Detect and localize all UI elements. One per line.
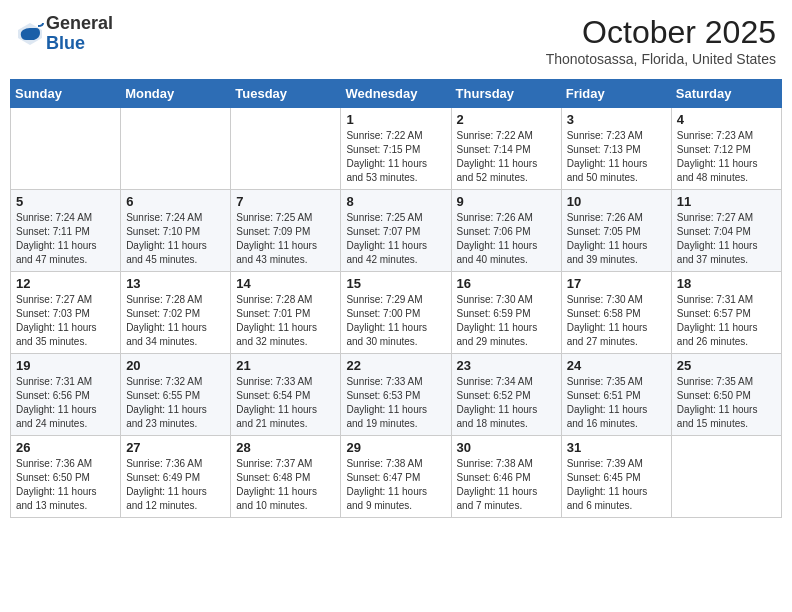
calendar-cell: 29Sunrise: 7:38 AM Sunset: 6:47 PM Dayli… xyxy=(341,436,451,518)
calendar-header-row: Sunday Monday Tuesday Wednesday Thursday… xyxy=(11,80,782,108)
calendar-cell: 31Sunrise: 7:39 AM Sunset: 6:45 PM Dayli… xyxy=(561,436,671,518)
day-info: Sunrise: 7:24 AM Sunset: 7:10 PM Dayligh… xyxy=(126,211,225,267)
day-number: 7 xyxy=(236,194,335,209)
day-number: 30 xyxy=(457,440,556,455)
day-number: 19 xyxy=(16,358,115,373)
calendar-cell: 10Sunrise: 7:26 AM Sunset: 7:05 PM Dayli… xyxy=(561,190,671,272)
day-number: 13 xyxy=(126,276,225,291)
calendar-cell: 8Sunrise: 7:25 AM Sunset: 7:07 PM Daylig… xyxy=(341,190,451,272)
calendar-cell: 13Sunrise: 7:28 AM Sunset: 7:02 PM Dayli… xyxy=(121,272,231,354)
col-saturday: Saturday xyxy=(671,80,781,108)
calendar-cell: 22Sunrise: 7:33 AM Sunset: 6:53 PM Dayli… xyxy=(341,354,451,436)
page-header: General Blue October 2025 Thonotosassa, … xyxy=(10,10,782,71)
day-info: Sunrise: 7:31 AM Sunset: 6:56 PM Dayligh… xyxy=(16,375,115,431)
day-number: 1 xyxy=(346,112,445,127)
day-info: Sunrise: 7:24 AM Sunset: 7:11 PM Dayligh… xyxy=(16,211,115,267)
calendar-cell: 15Sunrise: 7:29 AM Sunset: 7:00 PM Dayli… xyxy=(341,272,451,354)
day-info: Sunrise: 7:26 AM Sunset: 7:05 PM Dayligh… xyxy=(567,211,666,267)
day-info: Sunrise: 7:35 AM Sunset: 6:51 PM Dayligh… xyxy=(567,375,666,431)
day-number: 10 xyxy=(567,194,666,209)
day-info: Sunrise: 7:37 AM Sunset: 6:48 PM Dayligh… xyxy=(236,457,335,513)
day-info: Sunrise: 7:39 AM Sunset: 6:45 PM Dayligh… xyxy=(567,457,666,513)
day-number: 25 xyxy=(677,358,776,373)
day-info: Sunrise: 7:38 AM Sunset: 6:47 PM Dayligh… xyxy=(346,457,445,513)
day-info: Sunrise: 7:33 AM Sunset: 6:53 PM Dayligh… xyxy=(346,375,445,431)
day-info: Sunrise: 7:23 AM Sunset: 7:12 PM Dayligh… xyxy=(677,129,776,185)
calendar-cell xyxy=(11,108,121,190)
title-area: October 2025 Thonotosassa, Florida, Unit… xyxy=(546,14,776,67)
calendar-cell: 28Sunrise: 7:37 AM Sunset: 6:48 PM Dayli… xyxy=(231,436,341,518)
col-wednesday: Wednesday xyxy=(341,80,451,108)
day-number: 26 xyxy=(16,440,115,455)
calendar-cell: 20Sunrise: 7:32 AM Sunset: 6:55 PM Dayli… xyxy=(121,354,231,436)
day-info: Sunrise: 7:28 AM Sunset: 7:02 PM Dayligh… xyxy=(126,293,225,349)
day-info: Sunrise: 7:36 AM Sunset: 6:49 PM Dayligh… xyxy=(126,457,225,513)
col-tuesday: Tuesday xyxy=(231,80,341,108)
month-title: October 2025 xyxy=(546,14,776,51)
logo-blue-text: Blue xyxy=(46,34,113,54)
calendar-cell: 16Sunrise: 7:30 AM Sunset: 6:59 PM Dayli… xyxy=(451,272,561,354)
day-info: Sunrise: 7:36 AM Sunset: 6:50 PM Dayligh… xyxy=(16,457,115,513)
day-info: Sunrise: 7:33 AM Sunset: 6:54 PM Dayligh… xyxy=(236,375,335,431)
calendar-cell: 1Sunrise: 7:22 AM Sunset: 7:15 PM Daylig… xyxy=(341,108,451,190)
logo: General Blue xyxy=(16,14,113,54)
day-info: Sunrise: 7:30 AM Sunset: 6:59 PM Dayligh… xyxy=(457,293,556,349)
day-number: 3 xyxy=(567,112,666,127)
day-number: 15 xyxy=(346,276,445,291)
logo-text: General Blue xyxy=(46,14,113,54)
day-number: 27 xyxy=(126,440,225,455)
calendar-cell: 27Sunrise: 7:36 AM Sunset: 6:49 PM Dayli… xyxy=(121,436,231,518)
calendar-cell: 4Sunrise: 7:23 AM Sunset: 7:12 PM Daylig… xyxy=(671,108,781,190)
day-info: Sunrise: 7:38 AM Sunset: 6:46 PM Dayligh… xyxy=(457,457,556,513)
day-info: Sunrise: 7:31 AM Sunset: 6:57 PM Dayligh… xyxy=(677,293,776,349)
day-number: 8 xyxy=(346,194,445,209)
day-number: 20 xyxy=(126,358,225,373)
calendar-cell: 6Sunrise: 7:24 AM Sunset: 7:10 PM Daylig… xyxy=(121,190,231,272)
day-info: Sunrise: 7:25 AM Sunset: 7:07 PM Dayligh… xyxy=(346,211,445,267)
calendar-cell: 23Sunrise: 7:34 AM Sunset: 6:52 PM Dayli… xyxy=(451,354,561,436)
calendar-table: Sunday Monday Tuesday Wednesday Thursday… xyxy=(10,79,782,518)
day-number: 24 xyxy=(567,358,666,373)
calendar-cell: 26Sunrise: 7:36 AM Sunset: 6:50 PM Dayli… xyxy=(11,436,121,518)
logo-general-text: General xyxy=(46,14,113,34)
day-info: Sunrise: 7:23 AM Sunset: 7:13 PM Dayligh… xyxy=(567,129,666,185)
day-info: Sunrise: 7:27 AM Sunset: 7:03 PM Dayligh… xyxy=(16,293,115,349)
location-title: Thonotosassa, Florida, United States xyxy=(546,51,776,67)
calendar-cell: 25Sunrise: 7:35 AM Sunset: 6:50 PM Dayli… xyxy=(671,354,781,436)
calendar-cell: 17Sunrise: 7:30 AM Sunset: 6:58 PM Dayli… xyxy=(561,272,671,354)
calendar-cell xyxy=(121,108,231,190)
calendar-week-1: 1Sunrise: 7:22 AM Sunset: 7:15 PM Daylig… xyxy=(11,108,782,190)
calendar-cell xyxy=(671,436,781,518)
day-number: 6 xyxy=(126,194,225,209)
day-info: Sunrise: 7:27 AM Sunset: 7:04 PM Dayligh… xyxy=(677,211,776,267)
day-number: 4 xyxy=(677,112,776,127)
calendar-cell: 9Sunrise: 7:26 AM Sunset: 7:06 PM Daylig… xyxy=(451,190,561,272)
calendar-cell: 7Sunrise: 7:25 AM Sunset: 7:09 PM Daylig… xyxy=(231,190,341,272)
day-info: Sunrise: 7:25 AM Sunset: 7:09 PM Dayligh… xyxy=(236,211,335,267)
calendar-week-2: 5Sunrise: 7:24 AM Sunset: 7:11 PM Daylig… xyxy=(11,190,782,272)
day-number: 29 xyxy=(346,440,445,455)
day-number: 14 xyxy=(236,276,335,291)
calendar-cell: 12Sunrise: 7:27 AM Sunset: 7:03 PM Dayli… xyxy=(11,272,121,354)
calendar-cell: 14Sunrise: 7:28 AM Sunset: 7:01 PM Dayli… xyxy=(231,272,341,354)
day-number: 22 xyxy=(346,358,445,373)
day-number: 17 xyxy=(567,276,666,291)
day-number: 18 xyxy=(677,276,776,291)
day-number: 2 xyxy=(457,112,556,127)
day-number: 31 xyxy=(567,440,666,455)
day-number: 23 xyxy=(457,358,556,373)
logo-icon xyxy=(16,20,44,48)
calendar-cell: 21Sunrise: 7:33 AM Sunset: 6:54 PM Dayli… xyxy=(231,354,341,436)
day-info: Sunrise: 7:30 AM Sunset: 6:58 PM Dayligh… xyxy=(567,293,666,349)
calendar-cell: 19Sunrise: 7:31 AM Sunset: 6:56 PM Dayli… xyxy=(11,354,121,436)
day-info: Sunrise: 7:26 AM Sunset: 7:06 PM Dayligh… xyxy=(457,211,556,267)
day-number: 21 xyxy=(236,358,335,373)
day-number: 12 xyxy=(16,276,115,291)
day-info: Sunrise: 7:28 AM Sunset: 7:01 PM Dayligh… xyxy=(236,293,335,349)
day-info: Sunrise: 7:22 AM Sunset: 7:15 PM Dayligh… xyxy=(346,129,445,185)
day-info: Sunrise: 7:34 AM Sunset: 6:52 PM Dayligh… xyxy=(457,375,556,431)
col-monday: Monday xyxy=(121,80,231,108)
day-number: 5 xyxy=(16,194,115,209)
day-number: 11 xyxy=(677,194,776,209)
calendar-cell: 2Sunrise: 7:22 AM Sunset: 7:14 PM Daylig… xyxy=(451,108,561,190)
